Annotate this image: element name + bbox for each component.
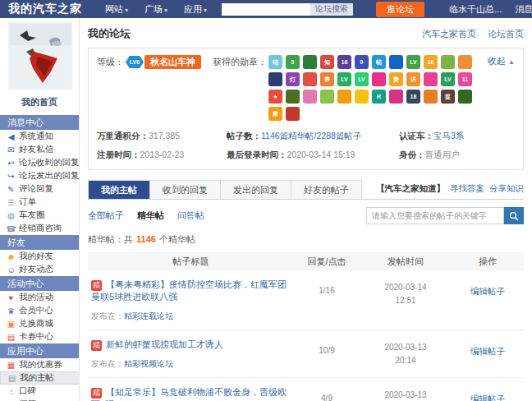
edit-post-link[interactable]: 编辑帖子 — [470, 286, 505, 296]
breadcrumb-link-forum-home[interactable]: 论坛首页 — [488, 29, 524, 39]
stat-points: 万里通积分：317,385 — [97, 131, 227, 142]
medal-icon[interactable] — [303, 72, 317, 86]
edit-post-link[interactable]: 编辑帖子 — [470, 394, 505, 401]
sidebar-item-qa[interactable]: ？问答 — [0, 398, 79, 401]
sidebar-home-link[interactable]: 我的首页 — [0, 93, 79, 115]
medal-icon[interactable]: LV — [355, 72, 369, 86]
username[interactable]: 临水千山总... — [449, 3, 502, 16]
forum-link[interactable]: 精彩连载论坛 — [124, 311, 173, 320]
medal-icon[interactable] — [320, 90, 334, 104]
sidebar-item-forum-replies-sent[interactable]: ↪论坛发出的回复 — [0, 169, 79, 182]
sidebar-item-dealer-consult[interactable]: ☎经销商咨询 — [0, 222, 79, 235]
medal-icon[interactable] — [424, 90, 438, 104]
sidebar-item-comment-replies[interactable]: ✎评论回复 — [0, 182, 79, 196]
forum-search-button[interactable]: 论坛搜索 — [310, 3, 353, 16]
medal-icon[interactable] — [286, 90, 300, 104]
tab-replies-received[interactable]: 收到的回复 — [150, 181, 221, 199]
medal-icon[interactable]: 帖 — [372, 55, 386, 69]
avatar[interactable] — [8, 22, 72, 90]
medal-icon[interactable]: 识 — [406, 72, 420, 86]
medal-icon[interactable] — [458, 90, 472, 104]
stat-value[interactable]: 1146篇精华帖/2288篇帖子 — [261, 131, 361, 141]
medal-icon[interactable] — [441, 55, 455, 69]
medal-icon[interactable]: 5 — [286, 55, 300, 69]
collapse-link[interactable]: 收起 ▲ — [488, 55, 515, 67]
app-logo[interactable]: 我的汽车之家 — [8, 2, 82, 16]
medal-icon[interactable]: 结 — [268, 55, 282, 69]
find-answers-link[interactable]: 寻找答案 — [450, 183, 484, 193]
profile-panel: 等级： LV6 秋名山车神 获得的勋章： 结5知169帖LV10灯养LVLV赞识… — [88, 48, 524, 170]
medal-icon[interactable] — [389, 90, 403, 104]
medal-icon[interactable] — [286, 107, 300, 121]
post-search-input[interactable] — [366, 207, 504, 224]
topbar-search-input[interactable] — [222, 3, 310, 16]
medal-icon[interactable]: 灯 — [286, 72, 300, 86]
medal-icon[interactable] — [389, 55, 403, 69]
medal-icon[interactable]: 捉 — [441, 90, 455, 104]
subtab-qa-posts[interactable]: 问答帖 — [177, 210, 204, 220]
post-time: 2020-03-1314:27 — [360, 386, 452, 401]
subtab-essence-posts[interactable]: 精华帖 — [137, 210, 164, 220]
sidebar-item-friend-feed[interactable]: ☺好友动态 — [0, 263, 79, 276]
sidebar-item-private-msg[interactable]: ✉好友私信 — [0, 143, 79, 156]
medal-icon[interactable]: LV — [441, 72, 455, 86]
post-time: 2020-03-1320:14 — [360, 339, 452, 370]
sidebar-item-my-friends[interactable]: ☻我的好友 — [0, 250, 79, 263]
forum-link[interactable]: 精彩视频论坛 — [124, 359, 173, 368]
medal-icon[interactable]: LV — [337, 72, 351, 86]
visit-forum-button[interactable]: 逛论坛 — [376, 2, 424, 17]
medal-icon[interactable]: 养 — [320, 72, 334, 86]
topnav-apps[interactable]: 应用▾ — [184, 4, 207, 14]
post-title-link[interactable]: 【粤来粤精彩】疫情防控空场比赛，红魔军团曼联5球胜进欧联八强 — [91, 279, 287, 302]
topnav-plaza[interactable]: 广场▾ — [144, 4, 167, 14]
medal-icon[interactable]: LV — [406, 55, 420, 69]
sidebar-item-system-notice[interactable]: ◀系统通知 — [0, 130, 79, 143]
sidebar-section-title: 活动中心 — [0, 276, 79, 291]
tab-replies-sent[interactable]: 发出的回复 — [221, 181, 291, 199]
sidebar-item-exchange-mall[interactable]: ▣兑换商城 — [0, 317, 79, 330]
sidebar-section-title: 好友 — [0, 235, 79, 250]
medal-icon[interactable]: 16 — [337, 55, 351, 69]
post-title-link[interactable]: 新鲜的虾蟹现捞现加工才诱人 — [106, 339, 223, 349]
medal-icon[interactable]: 赞 — [389, 72, 403, 86]
share-knowledge-link[interactable]: 分享知识 — [489, 183, 524, 193]
medal-icon[interactable]: 9 — [355, 55, 369, 69]
stat-value[interactable]: 宝马3系 — [433, 131, 464, 141]
medal-icon[interactable]: R — [372, 90, 386, 104]
sidebar-item-my-activities[interactable]: ♥我的活动 — [0, 291, 79, 304]
sidebar-item-my-posts[interactable]: ▤我的主帖 — [0, 371, 79, 385]
sidebar-item-orders[interactable]: ☰订单 — [0, 196, 79, 209]
breadcrumb-link-autohome-home[interactable]: 汽车之家首页 — [422, 29, 476, 39]
subtab-all-posts[interactable]: 全部帖子 — [88, 210, 124, 220]
sidebar-item-car-circle[interactable]: ◎车友圈 — [0, 209, 79, 222]
medal-icon[interactable] — [303, 55, 317, 69]
heart-icon: ♥ — [6, 293, 16, 302]
sidebar-item-my-coupons[interactable]: ▦我的优惠券 — [0, 358, 79, 371]
medal-icon[interactable] — [337, 90, 351, 104]
edit-post-link[interactable]: 编辑帖子 — [470, 346, 505, 356]
sidebar-item-card-center[interactable]: ▤卡券中心 — [0, 330, 79, 343]
medal-icon[interactable]: ★ — [268, 90, 282, 104]
tab-my-posts[interactable]: 我的主帖 — [89, 181, 150, 199]
medal-icon[interactable] — [372, 72, 386, 86]
sidebar-item-forum-replies-received[interactable]: ↩论坛收到的回复 — [0, 156, 79, 169]
topnav-site[interactable]: 网站▾ — [105, 4, 128, 14]
medal-icon[interactable]: 11 — [458, 72, 472, 86]
medal-icon[interactable]: 10 — [424, 55, 438, 69]
medal-icon[interactable] — [355, 90, 369, 104]
search-button[interactable] — [504, 207, 524, 224]
medal-icon[interactable] — [458, 55, 472, 69]
messages-menu[interactable]: 消息1▾ — [515, 3, 532, 16]
sidebar-item-label: 我的活动 — [19, 292, 53, 303]
post-title-link[interactable]: 【知足常乐】马竞破利物浦不败金身，晋级欧冠8强 — [91, 387, 287, 401]
tab-friends-posts[interactable]: 好友的帖子 — [291, 181, 361, 199]
sidebar-sections: 消息中心◀系统通知✉好友私信↩论坛收到的回复↪论坛发出的回复✎评论回复☰订单◎车… — [0, 115, 79, 401]
medal-icon[interactable]: 18 — [406, 90, 420, 104]
sidebar-item-koubei[interactable]: ☝口碑 — [0, 385, 79, 398]
medal-icon[interactable] — [268, 72, 282, 86]
medal-icon[interactable]: 知 — [320, 55, 334, 69]
medal-icon[interactable]: 家 — [268, 107, 282, 121]
sidebar-item-member-center[interactable]: ♛会员中心 — [0, 304, 79, 317]
medal-icon[interactable] — [424, 72, 438, 86]
medal-icon[interactable] — [303, 90, 317, 104]
